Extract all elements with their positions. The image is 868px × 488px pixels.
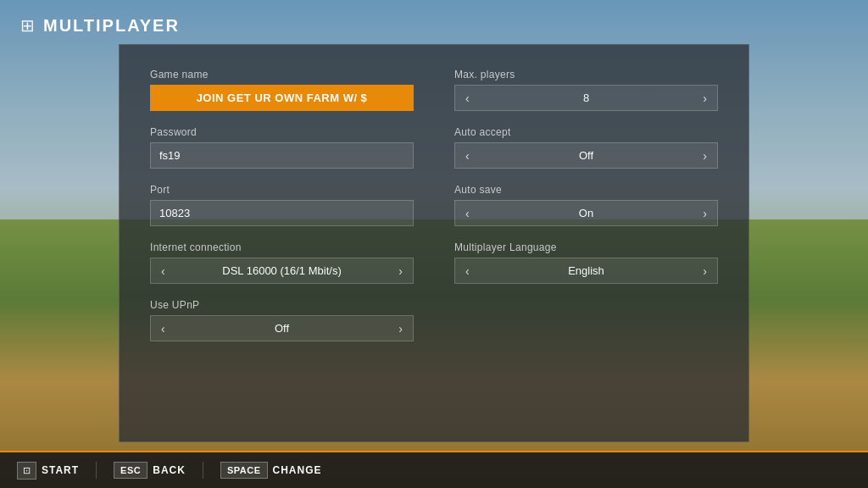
multiplayer-language-label: Multiplayer Language <box>454 241 718 253</box>
multiplayer-icon: ⊞ <box>20 15 35 36</box>
password-label: Password <box>150 126 414 138</box>
password-input[interactable]: fs19 <box>150 142 414 169</box>
max-players-prev-button[interactable]: ‹ <box>455 86 480 110</box>
game-name-input[interactable]: JOIN GET UR OWN FARM W/ $ <box>150 85 414 111</box>
auto-save-label: Auto save <box>454 184 718 196</box>
max-players-label: Max. players <box>454 69 718 80</box>
left-column: Game name JOIN GET UR OWN FARM W/ $ Pass… <box>150 69 414 357</box>
header: ⊞ MULTIPLAYER <box>0 0 868 44</box>
port-label: Port <box>150 184 414 196</box>
multiplayer-language-prev-button[interactable]: ‹ <box>455 259 480 283</box>
multiplayer-language-next-button[interactable]: › <box>693 259 717 283</box>
upnp-next-button[interactable]: › <box>388 317 413 341</box>
multiplayer-language-group: Multiplayer Language ‹ English › <box>454 241 718 284</box>
auto-save-spinner: ‹ On › <box>454 200 718 226</box>
max-players-group: Max. players ‹ 8 › <box>454 69 718 111</box>
multiplayer-language-value: English <box>480 258 693 283</box>
internet-connection-label: Internet connection <box>150 241 414 253</box>
internet-connection-spinner: ‹ DSL 16000 (16/1 Mbit/s) › <box>150 258 414 284</box>
auto-save-prev-button[interactable]: ‹ <box>455 202 480 225</box>
auto-accept-label: Auto accept <box>454 126 718 138</box>
internet-connection-value: DSL 16000 (16/1 Mbit/s) <box>175 258 389 283</box>
upnp-label: Use UPnP <box>150 299 414 311</box>
right-column: Max. players ‹ 8 › Auto accept ‹ Off › A… <box>454 69 718 357</box>
port-input[interactable]: 10823 <box>150 200 414 226</box>
multiplayer-language-spinner: ‹ English › <box>454 258 718 284</box>
auto-save-next-button[interactable]: › <box>693 202 717 225</box>
internet-connection-group: Internet connection ‹ DSL 16000 (16/1 Mb… <box>150 241 414 284</box>
bottom-bar: ⊡ START ESC BACK SPACE CHANGE <box>0 451 868 488</box>
game-name-label: Game name <box>150 69 414 80</box>
auto-accept-group: Auto accept ‹ Off › <box>454 126 718 169</box>
auto-accept-spinner: ‹ Off › <box>454 142 718 169</box>
internet-connection-prev-button[interactable]: ‹ <box>151 259 175 283</box>
back-key-badge: ESC <box>114 462 147 479</box>
page-title: MULTIPLAYER <box>43 16 180 36</box>
start-button-group[interactable]: ⊡ START <box>17 462 79 480</box>
upnp-group: Use UPnP ‹ Off › <box>150 299 414 341</box>
auto-save-group: Auto save ‹ On › <box>454 184 718 226</box>
game-name-group: Game name JOIN GET UR OWN FARM W/ $ <box>150 69 414 111</box>
settings-panel: Game name JOIN GET UR OWN FARM W/ $ Pass… <box>119 44 749 442</box>
start-label: START <box>42 464 79 476</box>
upnp-spinner: ‹ Off › <box>150 315 414 341</box>
max-players-next-button[interactable]: › <box>693 86 717 110</box>
auto-save-value: On <box>480 201 693 225</box>
max-players-spinner: ‹ 8 › <box>454 85 718 111</box>
max-players-value: 8 <box>480 86 693 110</box>
upnp-value: Off <box>175 316 389 341</box>
internet-connection-next-button[interactable]: › <box>388 259 413 283</box>
change-button-group[interactable]: SPACE CHANGE <box>220 462 322 479</box>
password-group: Password fs19 <box>150 126 414 169</box>
back-button-group[interactable]: ESC BACK <box>114 462 186 479</box>
start-key-icon: ⊡ <box>17 462 36 480</box>
port-group: Port 10823 <box>150 184 414 226</box>
back-label: BACK <box>153 464 186 476</box>
change-label: CHANGE <box>273 464 322 476</box>
auto-accept-prev-button[interactable]: ‹ <box>455 144 480 168</box>
auto-accept-value: Off <box>480 143 693 168</box>
divider-1 <box>96 462 97 479</box>
change-key-badge: SPACE <box>220 462 268 479</box>
upnp-prev-button[interactable]: ‹ <box>151 317 175 341</box>
divider-2 <box>203 462 203 479</box>
auto-accept-next-button[interactable]: › <box>693 144 717 168</box>
